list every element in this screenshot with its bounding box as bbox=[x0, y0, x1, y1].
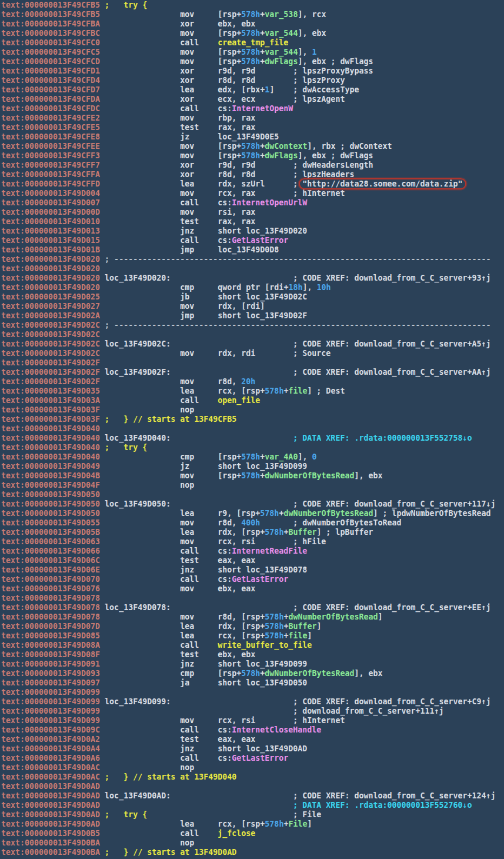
disasm-line[interactable]: text:000000013F49D03Acallopen_file bbox=[1, 396, 504, 405]
disasm-line[interactable]: text:000000013F49D093cmp[rsp+578h+dwNumb… bbox=[1, 669, 504, 678]
disasm-line[interactable]: text:000000013F49D004movrcx, rax; hInter… bbox=[1, 189, 504, 198]
disasm-line[interactable]: text:000000013F49D0AD bbox=[1, 782, 504, 791]
disasm-line[interactable]: text:000000013F49D027movrdx, [rdi] bbox=[1, 302, 504, 311]
disasm-line[interactable]: text:000000013F49D049jzshort loc_13F49D0… bbox=[1, 462, 504, 471]
disasm-line[interactable]: text:000000013F49D07Dleardx, [rsp+578h+B… bbox=[1, 622, 504, 631]
disasm-line[interactable]: text:000000013F49D099; download_from_C_C… bbox=[1, 707, 504, 716]
disasm-line[interactable]: text:000000013F49D097jashort loc_13F49D0… bbox=[1, 678, 504, 688]
disasm-line[interactable]: text:000000013F49D099 bbox=[1, 688, 504, 697]
disasm-line[interactable]: text:000000013F49D09Ccallcs:InternetClos… bbox=[1, 725, 504, 735]
mnemonic: cmp bbox=[180, 669, 194, 678]
disasm-line[interactable]: text:000000013F49D078 bbox=[1, 594, 504, 603]
operand-token: loc_13F49D0E5 bbox=[218, 132, 279, 141]
disasm-line[interactable]: text:000000013F49D040cmp[rsp+578h+var_4A… bbox=[1, 452, 504, 462]
disasm-line[interactable]: text:000000013F49D063movrcx, rsi; hFile bbox=[1, 537, 504, 547]
disasm-line[interactable]: text:000000013F49D0AC;} // starts at 13F… bbox=[1, 773, 504, 782]
disasm-line[interactable]: text:000000013F49D02F bbox=[1, 358, 504, 368]
disasm-line[interactable]: text:000000013F49D015callcs:GetLastError bbox=[1, 236, 504, 245]
disasm-line[interactable]: text:000000013F49D010testrax, rax bbox=[1, 217, 504, 227]
disasm-line[interactable]: text:000000013F49D0BA;} // starts at 13F… bbox=[1, 848, 504, 857]
disasm-line[interactable]: text:000000013F49D025jbshort loc_13F49D0… bbox=[1, 292, 504, 302]
disasm-line[interactable]: text:000000013F49CFBCmov[rsp+578h+var_54… bbox=[1, 29, 504, 38]
disasm-line[interactable]: text:000000013F49CFDAxorecx, ecx; lpszAg… bbox=[1, 95, 504, 104]
operand-token bbox=[363, 669, 368, 678]
disasm-line[interactable]: text:000000013F49CFC0callcreate_tmp_file bbox=[1, 38, 504, 48]
disasm-line[interactable]: text:000000013F49D02Floc_13F49D02F:; COD… bbox=[1, 368, 504, 377]
disasm-line[interactable]: text:000000013F49D02C; -----------------… bbox=[1, 321, 504, 330]
disasm-line[interactable]: text:000000013F49D02Cloc_13F49D02C:; COD… bbox=[1, 339, 504, 349]
disasm-line[interactable]: text:000000013F49D050lear9, [rsp+578h+dw… bbox=[1, 509, 504, 518]
disasm-line[interactable]: text:000000013F49CFE2movrbp, rax bbox=[1, 114, 504, 123]
disasm-line[interactable]: text:000000013F49D040 bbox=[1, 424, 504, 434]
disasm-line[interactable]: text:000000013F49D0AD; DATA XREF: .rdata… bbox=[1, 801, 504, 810]
disasm-line[interactable]: text:000000013F49CFB5;try { bbox=[1, 1, 504, 10]
disassembly-listing[interactable]: text:000000013F49CFB5;try {text:00000001… bbox=[0, 0, 504, 857]
disasm-line[interactable]: text:000000013F49D066callcs:InternetRead… bbox=[1, 547, 504, 556]
disasm-line[interactable]: text:000000013F49D055movr8d, 400h; dwNum… bbox=[1, 518, 504, 528]
disasm-line[interactable]: text:000000013F49D0ACnop bbox=[1, 763, 504, 773]
disasm-line[interactable]: text:000000013F49CFBAxorebx, ebx bbox=[1, 19, 504, 29]
disasm-line[interactable]: text:000000013F49D0A4jnzshort loc_13F49D… bbox=[1, 744, 504, 754]
disasm-line[interactable]: text:000000013F49D0A6callcs:GetLastError bbox=[1, 754, 504, 763]
disasm-line[interactable]: text:000000013F49D03Fnop bbox=[1, 405, 504, 415]
disasm-line[interactable]: text:000000013F49D02Ajmpshort loc_13F49D… bbox=[1, 311, 504, 321]
disasm-line[interactable]: text:000000013F49D040;try { bbox=[1, 443, 504, 452]
disasm-line[interactable]: text:000000013F49CFE8jzloc_13F49D0E5 bbox=[1, 132, 504, 142]
disasm-line[interactable]: text:000000013F49D08Ftestebx, ebx bbox=[1, 650, 504, 660]
disasm-line[interactable]: text:000000013F49D02Cmovrdx, rdi; Source bbox=[1, 349, 504, 358]
operand-token: rdx bbox=[218, 622, 232, 631]
disasm-line[interactable]: text:000000013F49CFC5mov[rsp+578h+var_54… bbox=[1, 48, 504, 57]
disasm-line[interactable]: text:000000013F49D02Fmovr8d, 20h bbox=[1, 377, 504, 387]
disasm-line[interactable]: text:000000013F49D020; -----------------… bbox=[1, 255, 504, 264]
disasm-line[interactable]: text:000000013F49CFD4xorr8d, r8d; lpszPr… bbox=[1, 76, 504, 85]
disasm-line[interactable]: text:000000013F49D0AD;try {; File bbox=[1, 810, 504, 820]
disasm-line[interactable]: text:000000013F49D040loc_13F49D040:; DAT… bbox=[1, 434, 504, 443]
disasm-line[interactable]: text:000000013F49D06Ejnzshort loc_13F49D… bbox=[1, 565, 504, 575]
disasm-line[interactable]: text:000000013F49D020 bbox=[1, 264, 504, 274]
disasm-line[interactable]: text:000000013F49D02C bbox=[1, 330, 504, 339]
operand-token: ebx bbox=[369, 669, 383, 678]
disasm-line[interactable]: text:000000013F49D04Bmov[rsp+578h+dwNumb… bbox=[1, 471, 504, 481]
line-address: text:000000013F49D078 bbox=[1, 603, 100, 612]
disasm-line[interactable]: text:000000013F49D020cmpqword ptr [rdi+1… bbox=[1, 283, 504, 292]
disasm-line[interactable]: text:000000013F49CFFDleardx, szUrl; "htt… bbox=[1, 179, 504, 189]
disasm-line[interactable]: text:000000013F49D050loc_13F49D050:; COD… bbox=[1, 500, 504, 509]
disasm-line[interactable]: text:000000013F49D007callcs:InternetOpen… bbox=[1, 198, 504, 208]
disasm-line[interactable]: text:000000013F49D091jnzshort loc_13F49D… bbox=[1, 660, 504, 669]
disasm-line[interactable]: text:000000013F49D0ADloc_13F49D0AD:; COD… bbox=[1, 791, 504, 801]
disasm-line[interactable]: text:000000013F49D0B5callj_fclose bbox=[1, 829, 504, 838]
disasm-line[interactable]: text:000000013F49D099movrcx, rsi; hInter… bbox=[1, 716, 504, 725]
disasm-line[interactable]: text:000000013F49D020loc_13F49D020:; COD… bbox=[1, 274, 504, 283]
disasm-line[interactable]: text:000000013F49D050 bbox=[1, 490, 504, 500]
operand-token: 578h bbox=[265, 622, 283, 631]
disasm-line[interactable]: text:000000013F49CFF7xorr9d, r9d; dwHead… bbox=[1, 161, 504, 170]
disasm-line[interactable]: text:000000013F49D03F;} // starts at 13F… bbox=[1, 415, 504, 424]
disasm-line[interactable]: text:000000013F49D070callcs:GetLastError bbox=[1, 575, 504, 584]
disasm-line[interactable]: text:000000013F49D01Bjmploc_13F49D0D8 bbox=[1, 245, 504, 255]
disasm-line[interactable]: text:000000013F49D078loc_13F49D078:; COD… bbox=[1, 603, 504, 612]
disasm-line[interactable]: text:000000013F49CFD7leaedx, [rbx+1]; dw… bbox=[1, 85, 504, 95]
disasm-line[interactable]: text:000000013F49D076movebx, eax bbox=[1, 584, 504, 594]
disasm-line[interactable]: text:000000013F49CFF3mov[rsp+578h+dwFlag… bbox=[1, 151, 504, 161]
disasm-line[interactable]: text:000000013F49D06Ctesteax, eax bbox=[1, 556, 504, 565]
disasm-line[interactable]: text:000000013F49D035learcx, [rsp+578h+f… bbox=[1, 387, 504, 396]
disasm-line[interactable]: text:000000013F49D0ADlearcx, [rsp+578h+F… bbox=[1, 820, 504, 829]
disasm-line[interactable]: text:000000013F49D05Bleardx, [rsp+578h+B… bbox=[1, 528, 504, 537]
disasm-line[interactable]: text:000000013F49CFE5testrax, rax bbox=[1, 123, 504, 132]
disasm-line[interactable]: text:000000013F49CFB5mov[rsp+578h+var_53… bbox=[1, 10, 504, 19]
line-address: text:000000013F49CFD1 bbox=[1, 66, 100, 76]
disasm-line[interactable]: text:000000013F49D0A2testeax, eax bbox=[1, 735, 504, 744]
disasm-line[interactable]: text:000000013F49D078movr8d, [rsp+578h+d… bbox=[1, 612, 504, 622]
disasm-line[interactable]: text:000000013F49D08Acallwrite_buffer_to… bbox=[1, 641, 504, 650]
disasm-line[interactable]: text:000000013F49D04Fnop bbox=[1, 481, 504, 490]
disasm-line[interactable]: text:000000013F49CFCDmov[rsp+578h+dwFlag… bbox=[1, 57, 504, 66]
disasm-line[interactable]: text:000000013F49CFD1xorr9d, r9d; lpszPr… bbox=[1, 66, 504, 76]
disasm-line[interactable]: text:000000013F49D085learcx, [rsp+578h+f… bbox=[1, 631, 504, 641]
disasm-line[interactable]: text:000000013F49D0BAnop bbox=[1, 838, 504, 848]
disasm-line[interactable]: text:000000013F49D013jnzshort loc_13F49D… bbox=[1, 227, 504, 236]
operands: [rsp+578h+var_4A0], 0 bbox=[218, 452, 316, 462]
disasm-line[interactable]: text:000000013F49D00Dmovrsi, rax bbox=[1, 208, 504, 217]
disasm-line[interactable]: text:000000013F49CFDCcallcs:InternetOpen… bbox=[1, 104, 504, 114]
disasm-line[interactable]: text:000000013F49CFEEmov[rsp+578h+dwCont… bbox=[1, 142, 504, 151]
disasm-line[interactable]: text:000000013F49D099loc_13F49D099:; COD… bbox=[1, 697, 504, 707]
